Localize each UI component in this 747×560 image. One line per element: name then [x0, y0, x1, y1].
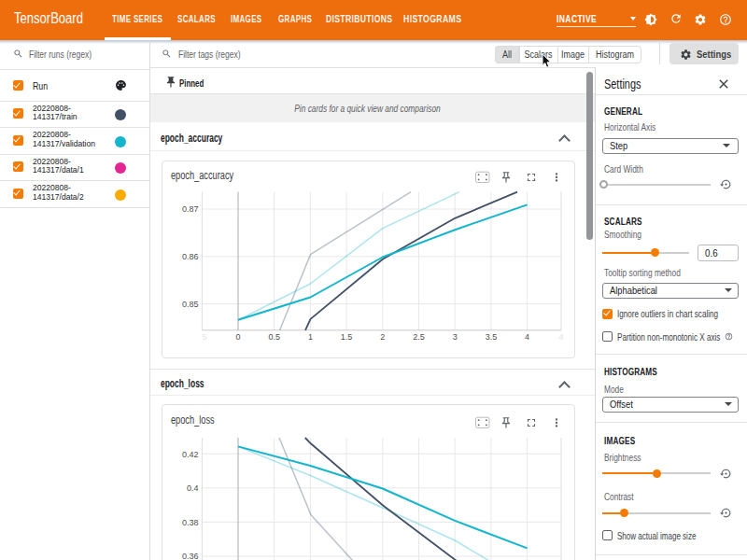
svg-text:3: 3	[453, 332, 458, 342]
svg-text:0.87: 0.87	[182, 204, 199, 214]
svg-text:1.5: 1.5	[341, 332, 353, 342]
svg-text:5: 5	[202, 332, 206, 342]
svg-text:4: 4	[558, 332, 563, 342]
svg-text:0.5: 0.5	[268, 332, 280, 342]
svg-text:0.4: 0.4	[187, 483, 199, 493]
svg-text:0: 0	[235, 332, 240, 342]
svg-text:0.42: 0.42	[182, 450, 199, 459]
svg-text:0.86: 0.86	[182, 252, 199, 261]
svg-text:4: 4	[525, 332, 529, 342]
svg-text:1: 1	[308, 332, 313, 342]
svg-text:2.5: 2.5	[413, 332, 425, 342]
svg-text:0.85: 0.85	[182, 300, 199, 309]
svg-text:2: 2	[380, 332, 385, 342]
svg-text:0.38: 0.38	[182, 518, 199, 527]
svg-text:0.36: 0.36	[182, 552, 199, 560]
svg-text:3.5: 3.5	[486, 332, 498, 342]
